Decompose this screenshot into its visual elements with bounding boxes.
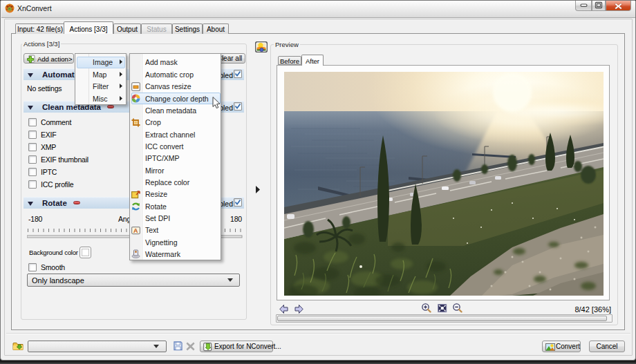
svg-text:A: A — [133, 227, 138, 234]
